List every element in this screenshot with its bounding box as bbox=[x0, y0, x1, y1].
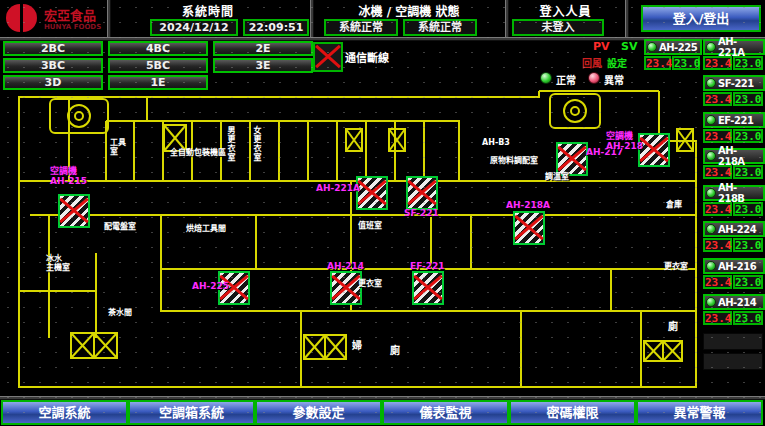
room-label: 更衣室 bbox=[664, 262, 688, 271]
equipment-icon-ah-221a[interactable] bbox=[356, 176, 388, 210]
room-label: AH-B3 bbox=[482, 138, 510, 147]
room-label: 廁 bbox=[668, 322, 678, 331]
equipment-label: AH-218A bbox=[506, 200, 550, 210]
equipment-label: AH-214 bbox=[327, 261, 364, 271]
equipment-icon-ah-214[interactable] bbox=[330, 271, 362, 305]
room-label: 廁 bbox=[390, 346, 400, 355]
room-label: 婦 bbox=[352, 341, 362, 350]
equipment-icon-ef-221[interactable] bbox=[412, 271, 444, 305]
equipment-label: SF-221 bbox=[404, 208, 439, 218]
room-label: 男更衣室 bbox=[226, 126, 235, 162]
equipment-label: EF-221 bbox=[410, 261, 445, 271]
equipment-icon-ah-218a[interactable] bbox=[513, 211, 545, 245]
room-label: 調溫室 bbox=[545, 172, 569, 181]
room-label: 茶水間 bbox=[108, 308, 132, 317]
equipment-label: AH-225 bbox=[192, 281, 229, 291]
equipment-label: 空調機 AH-218 bbox=[606, 131, 643, 151]
room-label: 值班室 bbox=[358, 221, 382, 230]
room-label: 原物料調配室 bbox=[490, 156, 538, 165]
room-label: 全自動包裝機區 bbox=[170, 148, 226, 157]
equipment-icon-ah-217[interactable] bbox=[556, 142, 588, 176]
equipment-icon-sf-221[interactable] bbox=[406, 176, 438, 210]
room-label: 配電盤室 bbox=[104, 222, 136, 231]
room-label: 女更衣室 bbox=[252, 126, 261, 162]
equipment-icon-ah-215[interactable] bbox=[58, 194, 90, 228]
room-label: 更衣室 bbox=[358, 279, 382, 288]
equipment-label: 空調機 AH-215 bbox=[50, 166, 87, 186]
room-label: 倉庫 bbox=[666, 200, 682, 209]
room-label: 烘焙工具間 bbox=[186, 224, 226, 233]
equipment-label: AH-221A bbox=[316, 183, 360, 193]
room-label: 工具室 bbox=[110, 138, 132, 156]
floorplan-walls bbox=[0, 0, 765, 426]
room-label: 冰水 主機室 bbox=[46, 254, 70, 272]
